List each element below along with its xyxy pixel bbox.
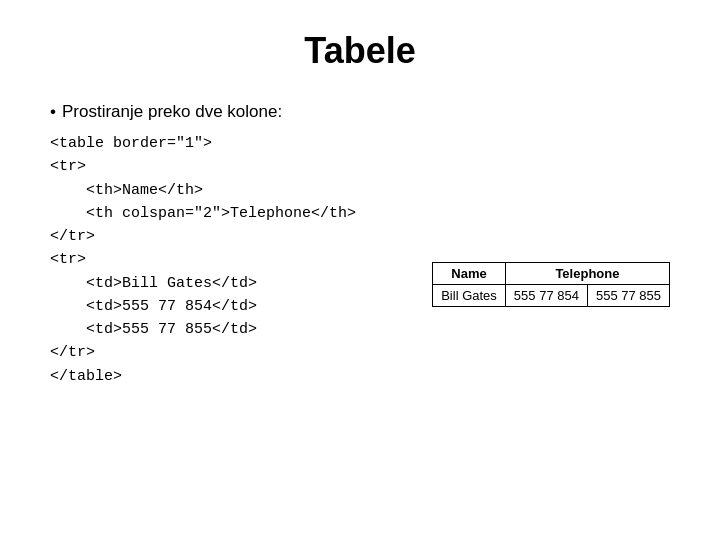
table-cell-name: Bill Gates — [433, 285, 506, 307]
bullet-point: • Prostiranje preko dve kolone: — [50, 102, 412, 122]
slide-table-container: Name Telephone Bill Gates 555 77 854 555… — [432, 102, 670, 307]
code-block: <table border="1"> <tr> <th>Name</th> <t… — [50, 132, 412, 388]
slide-body: • Prostiranje preko dve kolone: <table b… — [50, 102, 670, 388]
slide: Tabele • Prostiranje preko dve kolone: <… — [0, 0, 720, 540]
demo-table: Name Telephone Bill Gates 555 77 854 555… — [432, 262, 670, 307]
table-row: Bill Gates 555 77 854 555 77 855 — [433, 285, 670, 307]
slide-text: • Prostiranje preko dve kolone: <table b… — [50, 102, 412, 388]
table-cell-phone2: 555 77 855 — [587, 285, 669, 307]
table-header-telephone: Telephone — [505, 263, 669, 285]
table-header-name: Name — [433, 263, 506, 285]
table-cell-phone1: 555 77 854 — [505, 285, 587, 307]
bullet-marker: • — [50, 102, 56, 122]
bullet-text: Prostiranje preko dve kolone: — [62, 102, 282, 122]
slide-title: Tabele — [50, 30, 670, 72]
table-header-row: Name Telephone — [433, 263, 670, 285]
